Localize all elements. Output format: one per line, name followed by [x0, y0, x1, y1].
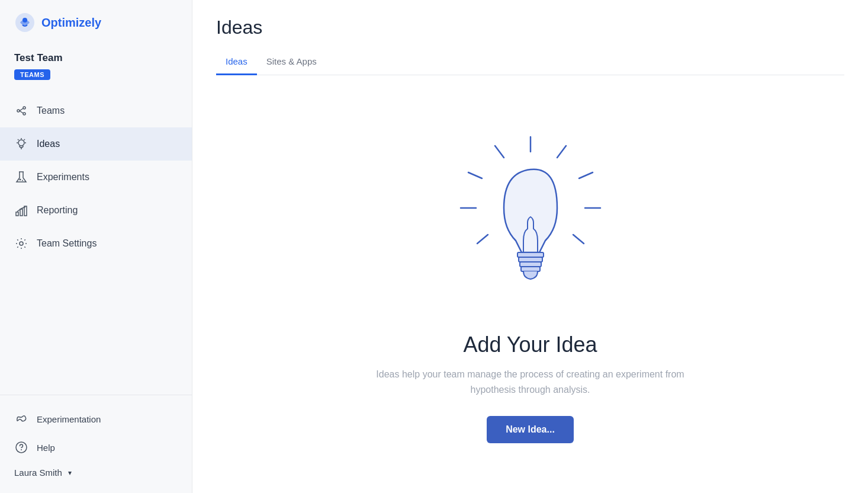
sidebar-item-teams[interactable]: Teams [0, 94, 192, 127]
reporting-icon [14, 203, 28, 217]
svg-line-25 [579, 172, 593, 178]
empty-state-description: Ideas help your team manage the process … [353, 367, 708, 397]
svg-line-6 [20, 111, 23, 113]
logo-text: Optimizely [41, 16, 101, 30]
main-content-area: Ideas Ideas Sites & Apps [192, 0, 868, 493]
sidebar-item-help[interactable]: Help [14, 433, 178, 462]
svg-rect-35 [521, 267, 540, 271]
sidebar: Optimizely Test Team TEAMS Teams [0, 0, 192, 493]
svg-rect-18 [20, 209, 22, 216]
svg-point-15 [20, 179, 21, 181]
experiments-icon [14, 170, 28, 184]
optimizely-logo-icon [14, 12, 36, 33]
sidebar-nav: Teams Ideas [0, 89, 192, 395]
svg-line-29 [468, 172, 482, 178]
svg-line-27 [573, 235, 584, 244]
sidebar-team-section: Test Team TEAMS [0, 45, 192, 89]
user-menu[interactable]: Laura Smith ▾ [14, 462, 178, 484]
help-icon [14, 440, 28, 454]
svg-point-2 [17, 110, 20, 112]
page-title: Ideas [216, 17, 844, 39]
tabs-bar: Ideas Sites & Apps [216, 50, 844, 75]
svg-line-5 [20, 108, 23, 111]
svg-point-1 [22, 18, 27, 23]
svg-line-13 [24, 139, 25, 140]
teams-icon [14, 104, 28, 118]
svg-line-28 [495, 146, 504, 158]
svg-line-31 [477, 235, 488, 244]
empty-state: Add Your Idea Ideas help your team manag… [353, 125, 708, 443]
tab-sites-apps[interactable]: Sites & Apps [257, 50, 326, 75]
svg-point-4 [23, 113, 25, 115]
sidebar-item-team-settings[interactable]: Team Settings [0, 227, 192, 260]
sidebar-item-experimentation[interactable]: Experimentation [14, 405, 178, 433]
sidebar-logo: Optimizely [0, 0, 192, 45]
sidebar-item-reporting[interactable]: Reporting [0, 194, 192, 227]
svg-rect-34 [520, 262, 541, 267]
svg-line-12 [18, 139, 19, 140]
page-header: Ideas Ideas Sites & Apps [192, 0, 868, 75]
svg-rect-33 [519, 257, 542, 262]
svg-point-16 [22, 180, 23, 181]
svg-rect-32 [517, 252, 544, 257]
user-name: Laura Smith [14, 468, 62, 478]
user-chevron-icon: ▾ [68, 469, 72, 477]
team-name: Test Team [14, 52, 178, 64]
ideas-icon [14, 137, 28, 151]
experimentation-icon [14, 412, 28, 426]
teams-badge: TEAMS [14, 69, 50, 80]
settings-icon [14, 236, 28, 251]
svg-rect-17 [16, 212, 18, 216]
sidebar-item-experiments-label: Experiments [37, 172, 89, 183]
sidebar-item-ideas[interactable]: Ideas [0, 127, 192, 161]
svg-point-3 [23, 107, 25, 109]
svg-point-22 [21, 449, 22, 450]
tab-ideas[interactable]: Ideas [216, 50, 257, 75]
empty-state-title: Add Your Idea [463, 332, 597, 357]
svg-point-7 [18, 140, 24, 146]
empty-state-container: Add Your Idea Ideas help your team manag… [192, 75, 868, 493]
lightbulb-illustration [448, 125, 613, 315]
sidebar-item-ideas-label: Ideas [37, 139, 60, 149]
svg-line-24 [557, 146, 566, 158]
sidebar-item-experiments[interactable]: Experiments [0, 161, 192, 194]
sidebar-bottom: Experimentation Help Laura Smith ▾ [0, 395, 192, 493]
sidebar-item-experimentation-label: Experimentation [37, 414, 101, 424]
sidebar-item-reporting-label: Reporting [37, 205, 78, 216]
sidebar-item-help-label: Help [37, 443, 55, 453]
svg-point-20 [20, 242, 23, 245]
sidebar-item-team-settings-label: Team Settings [37, 238, 97, 249]
sidebar-item-teams-label: Teams [37, 105, 65, 116]
new-idea-button[interactable]: New Idea... [487, 416, 574, 443]
